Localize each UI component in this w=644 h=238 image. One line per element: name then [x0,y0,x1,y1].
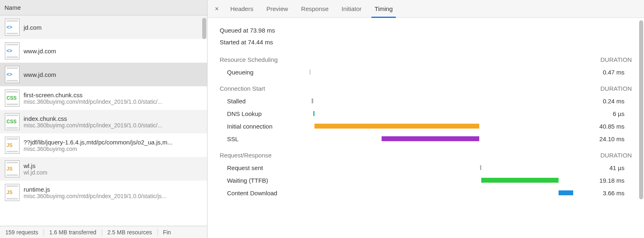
timing-panel: Queued at 73.98 ms Started at 74.44 ms R… [207,18,644,238]
timing-label: Queueing [220,69,309,76]
timing-bar-track [309,164,570,171]
request-text: index.chunk.cssmisc.360buyimg.com/mtd/pc… [24,115,202,129]
request-title: first-screen.chunk.css [24,92,202,98]
timing-bar-track [309,98,570,104]
timing-label: DNS Lookup [220,110,309,117]
queued-at: Queued at 73.98 ms [220,27,632,34]
started-at: Started at 74.44 ms [220,39,632,46]
request-subtitle: misc.360buyimg.com/mtd/pc/index_2019/1.0… [24,122,202,129]
duration-header: DURATION [600,152,632,159]
timing-label: Content Download [220,190,309,197]
status-bar: 159 requests 1.6 MB transferred 2.5 MB r… [0,226,207,238]
timing-label: Request sent [220,164,309,171]
request-text: runtime.jsmisc.360buyimg.com/mtd/pc/inde… [24,186,202,199]
section-title: Connection Start [220,85,265,92]
timing-row: Waiting (TTFB)19.18 ms [220,175,632,185]
section-title: Resource Scheduling [220,56,278,63]
timing-bar-track [309,69,570,75]
timing-row: Request sent41 µs [220,163,632,172]
doc-file-icon: <> [5,66,20,83]
tab-response[interactable]: Response [295,0,335,17]
request-row[interactable]: JS??jdf/lib/jquery-1.6.4.js,mtd/pc/commo… [0,133,207,157]
timing-bar [481,178,559,183]
request-row[interactable]: <>www.jd.com [0,63,207,86]
timing-duration: 41 µs [570,164,632,171]
request-row[interactable]: CSSindex.chunk.cssmisc.360buyimg.com/mtd… [0,110,207,133]
timing-duration: 40.85 ms [570,123,632,130]
section-title: Request/Response [220,152,272,159]
timing-duration: 0.24 ms [570,98,632,105]
timing-bar [559,190,573,195]
request-row[interactable]: CSSfirst-screen.chunk.cssmisc.360buyimg.… [0,86,207,110]
request-text: www.jd.com [24,71,202,78]
tab-headers[interactable]: Headers [224,0,260,17]
request-row[interactable]: <>www.jd.com [0,39,207,63]
request-text: ??jdf/lib/jquery-1.6.4.js,mtd/pc/common/… [24,139,202,152]
timing-row: Stalled0.24 ms [220,96,632,106]
timing-label: Initial connection [220,123,309,130]
request-title: ??jdf/lib/jquery-1.6.4.js,mtd/pc/common/… [24,139,202,146]
duration-header: DURATION [600,56,632,63]
request-title: wl.js [24,162,202,169]
request-list[interactable]: <>jd.com<>www.jd.com<>www.jd.comCSSfirst… [0,15,207,226]
timing-bar [314,124,479,129]
requests-count: 159 requests [0,229,44,236]
request-title: index.chunk.css [24,115,202,122]
request-text: jd.com [24,24,202,31]
timing-bar [480,165,481,170]
resources-size: 2.5 MB resources [102,229,158,236]
js-file-icon: JS [5,137,20,154]
timing-label: SSL [220,135,309,142]
tab-timing[interactable]: Timing [368,0,399,17]
details-panel: × HeadersPreviewResponseInitiatorTiming … [207,0,644,238]
timing-section: Resource SchedulingDURATIONQueueing0.47 … [220,56,632,77]
request-text: first-screen.chunk.cssmisc.360buyimg.com… [24,92,202,105]
details-scrollbar[interactable] [639,20,643,199]
css-file-icon: CSS [5,90,20,107]
doc-file-icon: <> [5,42,20,59]
timing-bar-track [309,190,570,196]
timing-row: Initial connection40.85 ms [220,121,632,131]
timing-bar [313,111,314,116]
request-row[interactable]: <>jd.com [0,15,207,39]
timing-bar-track [309,123,570,129]
details-tabs: × HeadersPreviewResponseInitiatorTiming [207,0,644,18]
timing-label: Stalled [220,98,309,105]
request-text: wl.jswl.jd.com [24,162,202,176]
tab-initiator[interactable]: Initiator [335,0,368,17]
timing-duration: 24.10 ms [570,135,632,142]
timing-row: DNS Lookup6 µs [220,109,632,118]
timing-duration: 3.66 ms [570,190,632,197]
request-title: runtime.js [24,186,202,193]
timing-row: Content Download3.66 ms [220,188,632,198]
request-text: www.jd.com [24,48,202,55]
css-file-icon: CSS [5,113,20,130]
timing-summary: Queued at 73.98 ms Started at 74.44 ms [220,27,632,46]
name-column-header[interactable]: Name [0,0,207,15]
timing-duration: 19.18 ms [570,177,632,184]
request-row[interactable]: JSruntime.jsmisc.360buyimg.com/mtd/pc/in… [0,181,207,204]
close-icon[interactable]: × [210,5,224,13]
timing-label: Waiting (TTFB) [220,177,309,184]
timing-duration: 0.47 ms [570,69,632,76]
timing-bar [312,98,313,103]
timing-section: Request/ResponseDURATIONRequest sent41 µ… [220,152,632,198]
network-requests-panel: Name <>jd.com<>www.jd.com<>www.jd.comCSS… [0,0,207,238]
timing-duration: 6 µs [570,110,632,117]
timing-bar [309,70,311,74]
duration-header: DURATION [600,85,632,92]
timing-bar-track [309,135,570,142]
transferred-size: 1.6 MB transferred [44,229,102,236]
finish-time: Fin [158,229,176,236]
request-row[interactable]: JSwl.jswl.jd.com [0,157,207,181]
request-subtitle: wl.jd.com [24,169,202,176]
request-subtitle: misc.360buyimg.com/mtd/pc/index_2019/1.0… [24,193,202,199]
js-file-icon: JS [5,184,20,201]
doc-file-icon: <> [5,19,20,36]
tab-preview[interactable]: Preview [260,0,295,17]
timing-row: SSL24.10 ms [220,134,632,144]
timing-bar-track [309,110,570,117]
list-scrollbar[interactable] [202,18,206,39]
timing-bar-track [309,177,570,183]
timing-bar [382,136,479,141]
